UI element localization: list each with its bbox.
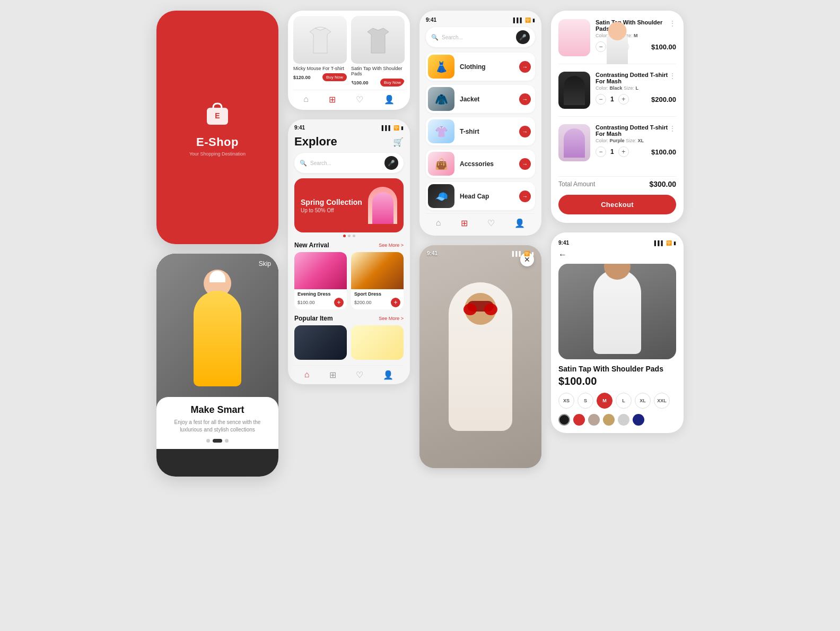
heart-nav-icon[interactable]: ♡ [356, 94, 363, 105]
item-2-name: Sport Dress [354, 291, 400, 297]
cart-icon[interactable]: 🛒 [393, 137, 404, 147]
grid-nav-icon[interactable]: ⊞ [329, 94, 336, 105]
product-1-row: $120.00 Buy Now [293, 73, 347, 81]
photo-status-bar: 9:41 ▌▌▌ 🛜 ▮ [427, 250, 534, 256]
size-xs[interactable]: XS [558, 393, 574, 409]
onboard-title: Make Smart [165, 404, 270, 416]
cart-item-3-increase[interactable]: + [618, 146, 629, 157]
color-tan[interactable] [588, 414, 600, 426]
cart-item-2-price: $200.00 [651, 96, 676, 103]
size-xxl[interactable]: XXL [654, 393, 670, 409]
cat-battery-icon: ▮ [532, 18, 535, 23]
explore-heart-nav[interactable]: ♡ [356, 370, 363, 380]
detail-battery-icon: ▮ [673, 240, 676, 246]
cart-item-2-wrapper: Contrasting Dotted T-shirt For Mash Colo… [558, 72, 676, 117]
cat-user-nav[interactable]: 👤 [514, 218, 525, 228]
headcap-arrow[interactable]: → [519, 191, 531, 202]
banner-dots [294, 235, 404, 237]
tshirt-white-icon [307, 24, 334, 56]
cat-time: 9:41 [426, 17, 436, 23]
jacket-arrow[interactable]: → [519, 93, 531, 105]
photo-battery-icon: ▮ [531, 251, 534, 256]
new-arrival-item-2: Sport Dress $200.00 + [351, 252, 404, 309]
color-red[interactable] [573, 414, 585, 426]
category-clothing[interactable]: 👗 Clothing → [426, 53, 535, 81]
banner-text: Spring Collection Up to 50% Off [301, 198, 362, 213]
detail-product-name: Satin Tap With Shoulder Pads [558, 365, 676, 373]
category-headcap[interactable]: 🧢 Head Cap → [426, 182, 535, 210]
product-2-row: $100.00 Buy Now [351, 79, 405, 87]
svg-text:E: E [215, 111, 220, 120]
product-2-price: $100.00 [351, 80, 369, 85]
column-4: Satin Tap With Shoulder Pads Color: Gray… [551, 11, 684, 433]
skip-button[interactable]: Skip [259, 260, 271, 267]
total-label: Total Amount [558, 180, 595, 188]
cart-item-2-increase[interactable]: + [618, 94, 629, 105]
cart-item-2-info: Contrasting Dotted T-shirt For Mash Colo… [596, 72, 676, 105]
color-gold[interactable] [603, 414, 615, 426]
cat-home-nav[interactable]: ⌂ [436, 218, 441, 228]
cart-item-3-more-icon[interactable]: ⋮ [669, 124, 676, 133]
banner-subtitle: Up to 50% Off [301, 208, 362, 213]
explore-search-bar[interactable]: 🔍 Search... 🎤 [294, 153, 404, 173]
item-2-info: Sport Dress $200.00 + [351, 289, 404, 309]
explore-user-nav[interactable]: 👤 [383, 370, 393, 380]
explore-inner: 9:41 ▌▌▌ 🛜 ▮ Explore 🛒 🔍 Search... 🎤 Spr… [288, 119, 410, 384]
category-accessories[interactable]: 👜 Accssories → [426, 150, 535, 178]
dot-2 [213, 439, 222, 443]
category-search-bar[interactable]: 🔍 Search... 🎤 [426, 27, 535, 47]
cart-item-1-decrease[interactable]: − [596, 41, 606, 52]
photo-wifi-icon: 🛜 [524, 251, 530, 256]
size-m[interactable]: M [597, 393, 612, 409]
cart-item-1-more-icon[interactable]: ⋮ [669, 19, 676, 28]
new-arrival-header: New Arrival See More > [294, 241, 404, 249]
category-tshirt[interactable]: 👚 T-shirt → [426, 117, 535, 145]
battery-icon: ▮ [401, 125, 404, 131]
tshirt-gray-icon [365, 24, 391, 56]
size-s[interactable]: S [578, 393, 593, 409]
mic-button[interactable]: 🎤 [384, 156, 398, 170]
home-nav-icon[interactable]: ⌂ [303, 94, 309, 105]
cart-item-3-qty: 1 [610, 148, 614, 155]
color-selector [558, 414, 676, 426]
item-2-add-button[interactable]: + [391, 298, 400, 307]
cat-mic-button[interactable]: 🎤 [516, 30, 530, 44]
user-nav-icon[interactable]: 👤 [384, 94, 395, 105]
cart-item-3-wrapper: Contrasting Dotted T-shirt For Mash Colo… [558, 124, 676, 169]
checkout-button[interactable]: Checkout [558, 195, 676, 214]
color-navy[interactable] [633, 414, 644, 426]
clothing-arrow[interactable]: → [519, 61, 531, 73]
detail-time: 9:41 [558, 240, 569, 246]
popular-see-more[interactable]: See More > [379, 316, 404, 321]
cat-wifi-icon: 🛜 [525, 18, 531, 23]
explore-home-nav[interactable]: ⌂ [304, 370, 310, 380]
splash-title: E-Shop [196, 135, 239, 149]
total-amount: $300.00 [649, 180, 676, 188]
color-black[interactable] [558, 414, 570, 426]
cart-item-2-decrease[interactable]: − [596, 94, 606, 105]
product-2-buy-button[interactable]: Buy Now [380, 79, 405, 87]
cat-grid-nav[interactable]: ⊞ [461, 218, 468, 228]
product-1-buy-button[interactable]: Buy Now [322, 73, 347, 81]
new-arrival-see-more[interactable]: See More > [379, 243, 404, 248]
splash-screen: E E-Shop Your Shopping Destination [156, 11, 278, 244]
cart-item-2-more-icon[interactable]: ⋮ [669, 72, 676, 80]
explore-grid-nav[interactable]: ⊞ [329, 370, 336, 380]
size-l[interactable]: L [616, 393, 632, 409]
category-list: 👗 Clothing → 🧥 Jacket → 👚 T-shirt → [426, 53, 535, 210]
size-xl[interactable]: XL [635, 393, 651, 409]
cart-item-3-decrease[interactable]: − [596, 146, 606, 157]
cat-heart-nav[interactable]: ♡ [487, 218, 495, 228]
accessories-arrow[interactable]: → [519, 158, 531, 170]
category-jacket[interactable]: 🧥 Jacket → [426, 85, 535, 113]
item-1-info: Evening Dress $100.00 + [294, 289, 347, 309]
tshirt-arrow[interactable]: → [519, 126, 531, 137]
photo-time: 9:41 [427, 250, 438, 256]
color-gray[interactable] [618, 414, 629, 426]
item-1-add-button[interactable]: + [334, 298, 344, 307]
detail-back-button[interactable]: ← [558, 250, 567, 260]
product-1-price: $120.00 [293, 75, 311, 80]
explore-search-placeholder: Search... [310, 160, 381, 166]
detail-product-price: $100.00 [558, 375, 676, 387]
explore-header: Explore 🛒 [294, 135, 404, 149]
